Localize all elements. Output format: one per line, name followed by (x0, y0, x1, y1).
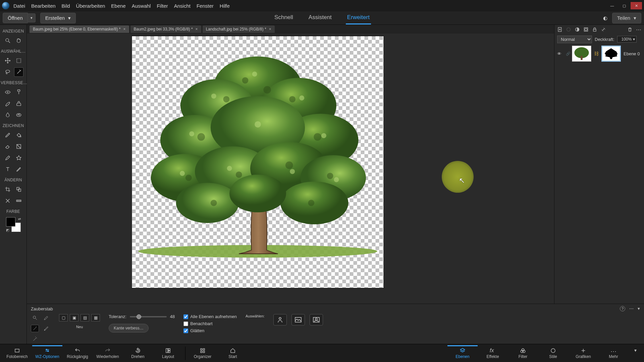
add-selection-mode[interactable]: ▣ (70, 314, 78, 321)
nav-rueckgaengig[interactable]: Rückgängig (62, 346, 93, 360)
menu-hilfe[interactable]: Hilfe (220, 3, 230, 9)
nav-ebenen[interactable]: Ebenen (447, 345, 478, 360)
nav-grafiken[interactable]: Grafiken (568, 346, 598, 360)
sponge-tool[interactable] (14, 110, 23, 120)
menu-fenster[interactable]: Fenster (197, 3, 214, 9)
select-subject-button[interactable] (273, 314, 287, 325)
nav-wiederholen[interactable]: Wiederholen (93, 346, 123, 360)
close-tab-icon[interactable]: × (196, 27, 198, 32)
magic-wand-tool[interactable] (14, 67, 23, 77)
canvas-area[interactable]: ↖ (27, 34, 554, 331)
nav-filter[interactable]: Filter (508, 346, 538, 360)
selection-brush-subtool[interactable] (42, 314, 50, 321)
spot-heal-tool[interactable] (14, 87, 23, 97)
new-selection-mode[interactable]: ▢ (59, 314, 68, 321)
eraser-tool[interactable] (3, 142, 12, 151)
new-layer-icon[interactable] (557, 27, 562, 32)
opacity-input[interactable]: 100% ▾ (617, 36, 637, 43)
intersect-selection-mode[interactable]: ▦ (91, 314, 100, 321)
select-sky-button[interactable] (310, 314, 323, 325)
theme-toggle-icon[interactable]: ◐ (603, 15, 607, 21)
swap-colors-icon[interactable]: ⇄ (18, 217, 21, 221)
open-button[interactable]: Öffnen (3, 13, 28, 23)
help-icon[interactable]: ? (620, 306, 625, 311)
move-tool[interactable] (3, 56, 12, 65)
nav-mehr[interactable]: ⋯Mehr (598, 346, 629, 360)
recompose-tool[interactable] (14, 185, 23, 194)
contiguous-checkbox[interactable]: Benachbart (183, 321, 213, 326)
delete-layer-icon[interactable] (627, 27, 633, 32)
mask-link-icon[interactable]: ⛓ (594, 51, 599, 56)
document-canvas[interactable] (132, 36, 384, 288)
tolerance-value[interactable]: 48 (170, 314, 175, 319)
clone-stamp-tool[interactable] (14, 99, 23, 108)
auto-selection-subtool[interactable] (31, 336, 39, 343)
refine-selection-subtool[interactable] (42, 325, 50, 332)
shape-tool[interactable] (14, 153, 23, 163)
type-tool[interactable] (3, 165, 12, 174)
doc-tab-2[interactable]: Landschaft.jpg bei 25% (RGB/8) *× (203, 25, 275, 33)
layer-mask-thumbnail[interactable] (601, 46, 621, 62)
layer-name[interactable]: Ebene 0 (624, 51, 640, 56)
quick-selection-subtool[interactable] (31, 314, 39, 321)
crop-tool[interactable] (3, 185, 12, 194)
close-tab-icon[interactable]: × (123, 27, 126, 32)
layer-visibility-icon[interactable]: 👁 (557, 51, 563, 56)
nav-start[interactable]: Start (218, 346, 248, 360)
menu-datei[interactable]: Datei (13, 3, 25, 9)
color-swatch[interactable]: ⇄ ◩ (6, 217, 21, 232)
paint-bucket-tool[interactable] (14, 130, 23, 140)
blend-mode-select[interactable]: Normal (557, 36, 592, 43)
nav-effekte[interactable]: fxEffekte (478, 346, 508, 360)
menu-bild[interactable]: Bild (62, 3, 70, 9)
menu-ebene[interactable]: Ebene (111, 3, 125, 9)
blur-tool[interactable] (3, 110, 12, 120)
window-close-button[interactable]: ✕ (631, 2, 642, 9)
nav-stile[interactable]: Stile (538, 346, 568, 360)
marquee-tool[interactable] (14, 56, 23, 65)
nav-drehen[interactable]: Drehen (123, 346, 153, 360)
zoom-tool[interactable] (3, 36, 12, 45)
sample-all-layers-checkbox[interactable]: Alle Ebenen aufnehmen (183, 314, 237, 319)
lock-layer-icon[interactable] (592, 27, 597, 32)
panel-menu-icon[interactable]: ⋯ (636, 26, 641, 33)
menu-ueberarbeiten[interactable]: Überarbeiten (76, 3, 105, 9)
menu-ansicht[interactable]: Ansicht (174, 3, 191, 9)
menu-auswahl[interactable]: Auswahl (132, 3, 151, 9)
antialias-checkbox[interactable]: Glätten (183, 328, 204, 333)
create-button[interactable]: Erstellen▾ (40, 13, 76, 23)
refine-edge-button[interactable]: Kante verbess… (109, 324, 149, 333)
share-button[interactable]: Teilen▾ (612, 13, 641, 23)
foreground-color[interactable] (6, 217, 15, 227)
doc-tab-1[interactable]: Baum2.jpeg bei 33,3% (RGB/8) *× (130, 25, 201, 33)
select-background-button[interactable] (291, 314, 305, 325)
open-dropdown[interactable]: ▾ (28, 13, 36, 22)
panel-more-icon[interactable]: ⋯ (629, 306, 634, 311)
menu-bearbeiten[interactable]: Bearbeiten (31, 3, 56, 9)
tab-schnell[interactable]: Schnell (273, 11, 294, 24)
hand-tool[interactable] (14, 36, 23, 45)
subtract-selection-mode[interactable]: ▤ (80, 314, 89, 321)
doc-tab-0[interactable]: Baum.jpeg bei 25% (Ebene 0, Ebenenmaske/… (30, 25, 129, 33)
smart-brush-tool[interactable] (3, 99, 12, 108)
redeye-tool[interactable] (3, 87, 12, 97)
nav-fotobereich[interactable]: Fotobereich (2, 346, 32, 360)
pencil-tool[interactable] (14, 165, 23, 174)
brush-tool[interactable] (3, 130, 12, 140)
nav-collapse[interactable]: ▾ (629, 346, 642, 360)
tab-assistent[interactable]: Assistent (307, 11, 333, 24)
layer-fx-icon[interactable] (601, 27, 606, 32)
content-aware-move-tool[interactable] (3, 196, 12, 205)
close-tab-icon[interactable]: × (269, 27, 271, 32)
gradient-tool[interactable] (14, 142, 23, 151)
layer-mask-icon[interactable] (583, 27, 589, 32)
straighten-tool[interactable] (14, 196, 23, 205)
menu-filter[interactable]: Filter (157, 3, 168, 9)
tolerance-slider[interactable] (130, 316, 167, 317)
eyedropper-tool[interactable] (3, 153, 12, 163)
nav-layout[interactable]: Layout (153, 346, 183, 360)
magic-wand-subtool[interactable] (31, 325, 39, 332)
lasso-tool[interactable] (3, 67, 12, 77)
panel-collapse-icon[interactable]: ▾ (638, 306, 640, 311)
window-maximize-button[interactable]: ▢ (619, 2, 630, 9)
